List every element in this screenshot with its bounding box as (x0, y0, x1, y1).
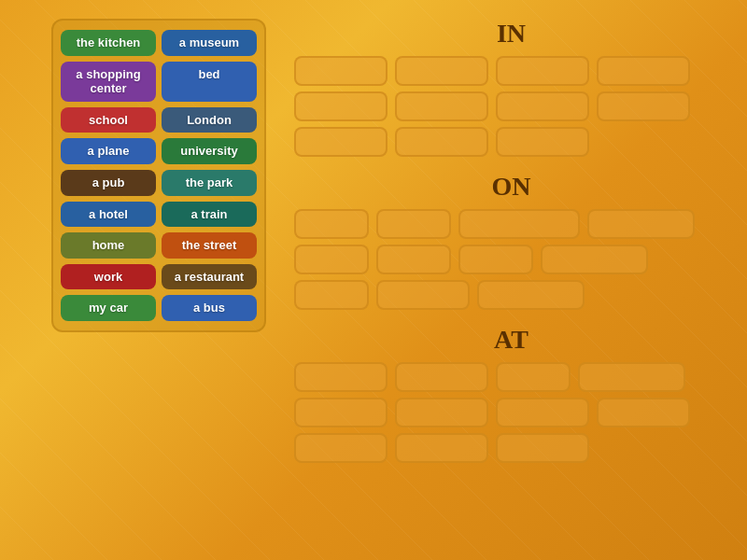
drop-area: IN ON (289, 19, 733, 541)
at-row-1 (294, 362, 685, 392)
drop-zone[interactable] (578, 362, 685, 392)
in-row-2 (294, 91, 690, 121)
drop-zone[interactable] (294, 56, 388, 86)
word-chip-school[interactable]: school (61, 107, 156, 133)
word-chip-a-hotel[interactable]: a hotel (61, 202, 156, 228)
word-chip-my-car[interactable]: my car (61, 295, 156, 321)
drop-zone[interactable] (294, 91, 388, 121)
word-chip-london[interactable]: London (162, 107, 257, 133)
word-bank: the kitchena museuma shopping centerbeds… (51, 19, 266, 332)
drop-zone[interactable] (496, 127, 589, 157)
drop-zone[interactable] (294, 127, 388, 157)
drop-zone[interactable] (395, 91, 488, 121)
drop-zone[interactable] (376, 209, 451, 239)
word-chip-university[interactable]: university (162, 138, 257, 164)
drop-zone[interactable] (395, 433, 488, 463)
drop-zone[interactable] (294, 398, 388, 427)
word-chip-the-street[interactable]: the street (162, 232, 257, 259)
word-chip-shopping-center[interactable]: a shopping center (61, 62, 156, 102)
in-rows (289, 56, 733, 162)
word-chip-a-pub[interactable]: a pub (61, 170, 156, 196)
section-at: AT (289, 325, 733, 469)
on-row-3 (294, 280, 585, 310)
drop-zone[interactable] (458, 209, 580, 239)
on-row-1 (294, 209, 695, 239)
section-on: ON (289, 172, 733, 315)
drop-zone[interactable] (294, 209, 369, 239)
drop-zone[interactable] (597, 56, 690, 86)
drop-zone[interactable] (294, 245, 369, 274)
drop-zone[interactable] (376, 245, 451, 274)
on-row-2 (294, 245, 648, 274)
word-chip-a-museum[interactable]: a museum (162, 30, 257, 56)
word-chip-a-train[interactable]: a train (162, 202, 257, 228)
section-in-label: IN (289, 19, 733, 49)
at-rows (289, 362, 733, 469)
drop-zone[interactable] (458, 245, 533, 274)
in-row-1 (294, 56, 690, 86)
section-at-label: AT (289, 325, 733, 355)
drop-zone[interactable] (597, 398, 690, 427)
word-chip-the-park[interactable]: the park (162, 170, 257, 196)
drop-zone[interactable] (294, 280, 369, 310)
on-rows (289, 209, 733, 315)
drop-zone[interactable] (496, 91, 589, 121)
drop-zone[interactable] (496, 433, 589, 463)
drop-zone[interactable] (496, 398, 589, 427)
drop-zone[interactable] (496, 56, 589, 86)
word-chip-bed[interactable]: bed (162, 62, 257, 102)
at-row-2 (294, 398, 690, 427)
word-chip-the-kitchen[interactable]: the kitchen (61, 30, 156, 56)
section-in: IN (289, 19, 733, 162)
drop-zone[interactable] (395, 362, 488, 392)
drop-zone[interactable] (587, 209, 695, 239)
drop-zone[interactable] (294, 433, 388, 463)
in-row-3 (294, 127, 589, 157)
word-chip-home[interactable]: home (61, 232, 156, 259)
drop-zone[interactable] (496, 362, 571, 392)
drop-zone[interactable] (597, 91, 690, 121)
drop-zone[interactable] (294, 362, 388, 392)
drop-zone[interactable] (395, 398, 488, 427)
drop-zone[interactable] (376, 280, 470, 310)
drop-zone[interactable] (395, 127, 488, 157)
drop-zone[interactable] (477, 280, 585, 310)
drop-zone[interactable] (541, 245, 648, 274)
at-row-3 (294, 433, 589, 463)
word-chip-a-plane[interactable]: a plane (61, 138, 156, 164)
word-chip-a-restaurant[interactable]: a restaurant (162, 264, 257, 290)
word-chip-a-bus[interactable]: a bus (162, 295, 257, 321)
section-on-label: ON (289, 172, 733, 202)
word-chip-work[interactable]: work (61, 264, 156, 290)
drop-zone[interactable] (395, 56, 488, 86)
